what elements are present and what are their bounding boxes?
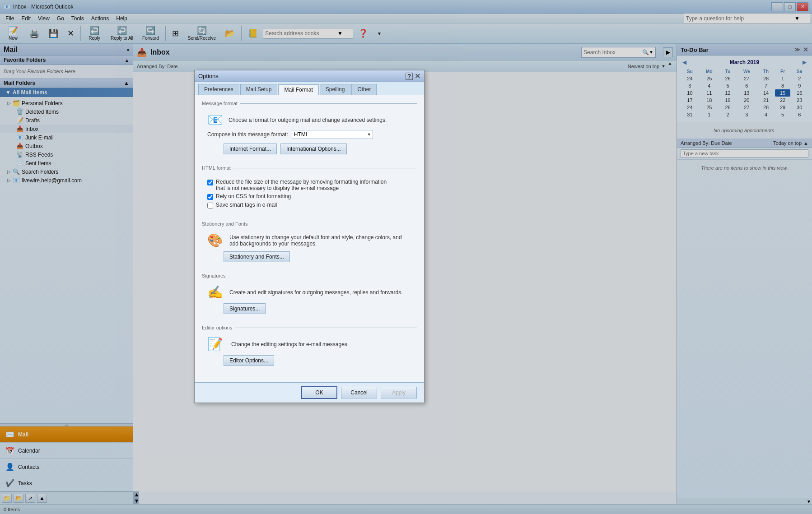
compose-label: Compose in this message format: [207, 131, 288, 138]
dialog-controls: ? ✕ [406, 72, 420, 80]
stationery-icon: 🎨 [207, 233, 223, 248]
dialog-titlebar: Options ? ✕ [195, 70, 424, 82]
stationery-content: 🎨 Use stationery to change your default … [202, 229, 417, 266]
message-format-section: Message format 📧 Choose a format for out… [202, 101, 417, 158]
editor-section: Editor options 📝 Change the editing sett… [202, 325, 417, 370]
checkbox-css-label: Rely on CSS for font formatting [216, 193, 291, 199]
signatures-icon: ✍️ [207, 285, 223, 300]
checkbox-reduce-filesize[interactable] [207, 180, 213, 185]
cancel-button[interactable]: Cancel [341, 387, 377, 398]
editor-icon: 📝 [207, 337, 223, 352]
tab-mail-format[interactable]: Mail Format [278, 84, 318, 95]
dialog-help-button[interactable]: ? [406, 73, 413, 80]
checkbox-css-row: Rely on CSS for font formatting [207, 193, 411, 200]
message-format-icon: 📧 [207, 112, 223, 127]
checkbox-smart-tags[interactable] [207, 203, 213, 208]
editor-content: 📝 Change the editing settings for e-mail… [202, 333, 417, 370]
international-options-button[interactable]: International Options... [280, 144, 347, 154]
signatures-description: Create and edit signatures for outgoing … [229, 289, 403, 296]
stationery-description: Use stationery to change your default fo… [229, 234, 411, 247]
dialog-tabs: Preferences Mail Setup Mail Format Spell… [195, 82, 424, 95]
compose-row: Compose in this message format: HTML Ric… [207, 130, 411, 139]
ok-button[interactable]: OK [301, 386, 337, 399]
stationery-section: Stationery and Fonts 🎨 Use stationery to… [202, 221, 417, 266]
checkbox-smart-tags-row: Save smart tags in e-mail [207, 202, 411, 208]
message-format-content: 📧 Choose a format for outgoing mail and … [202, 109, 417, 158]
editor-row: 📝 Change the editing settings for e-mail… [207, 337, 411, 352]
html-format-group: Reduce the file size of the message by r… [207, 177, 411, 210]
message-format-section-label: Message format [202, 101, 417, 106]
format-select-wrapper[interactable]: HTML Rich Text Plain Text [292, 130, 373, 139]
signatures-content: ✍️ Create and edit signatures for outgoi… [202, 281, 417, 318]
checkbox-reduce-filesize-label: Reduce the file size of the message by r… [216, 179, 387, 191]
html-format-section-label: HTML format [202, 165, 417, 171]
message-format-row: 📧 Choose a format for outgoing mail and … [207, 112, 411, 127]
tab-preferences[interactable]: Preferences [198, 84, 239, 95]
tab-other[interactable]: Other [351, 84, 377, 95]
editor-section-label: Editor options [202, 325, 417, 330]
internet-format-button[interactable]: Internet Format... [224, 144, 277, 154]
signatures-row: ✍️ Create and edit signatures for outgoi… [207, 285, 411, 300]
format-select[interactable]: HTML Rich Text Plain Text [292, 130, 373, 139]
checkbox-smart-tags-label: Save smart tags in e-mail [216, 202, 277, 208]
format-buttons-row: Internet Format... International Options… [224, 144, 411, 154]
dialog-footer: OK Cancel Apply [195, 382, 424, 403]
stationery-section-label: Stationery and Fonts [202, 221, 417, 227]
editor-options-button[interactable]: Editor Options... [224, 355, 274, 366]
tab-spelling[interactable]: Spelling [320, 84, 351, 95]
editor-description: Change the editing settings for e-mail m… [231, 341, 349, 347]
signatures-button[interactable]: Signatures... [224, 303, 266, 314]
dialog-title: Options [198, 73, 219, 79]
message-format-description: Choose a format for outgoing mail and ch… [229, 117, 387, 123]
signatures-section: Signatures ✍️ Create and edit signatures… [202, 273, 417, 318]
dialog-overlay: Options ? ✕ Preferences Mail Setup Mail … [0, 0, 812, 514]
stationery-fonts-button[interactable]: Stationery and Fonts... [224, 251, 290, 262]
checkbox-reduce-filesize-row: Reduce the file size of the message by r… [207, 179, 411, 191]
apply-button[interactable]: Apply [381, 387, 417, 398]
html-format-section: HTML format Reduce the file size of the … [202, 165, 417, 214]
dialog-close-button[interactable]: ✕ [415, 72, 420, 80]
stationery-row: 🎨 Use stationery to change your default … [207, 233, 411, 248]
options-dialog: Options ? ✕ Preferences Mail Setup Mail … [194, 70, 425, 403]
html-format-content: Reduce the file size of the message by r… [202, 173, 417, 214]
dialog-content: Message format 📧 Choose a format for out… [195, 95, 424, 382]
tab-mail-setup[interactable]: Mail Setup [240, 84, 278, 95]
checkbox-css[interactable] [207, 194, 213, 200]
signatures-section-label: Signatures [202, 273, 417, 278]
